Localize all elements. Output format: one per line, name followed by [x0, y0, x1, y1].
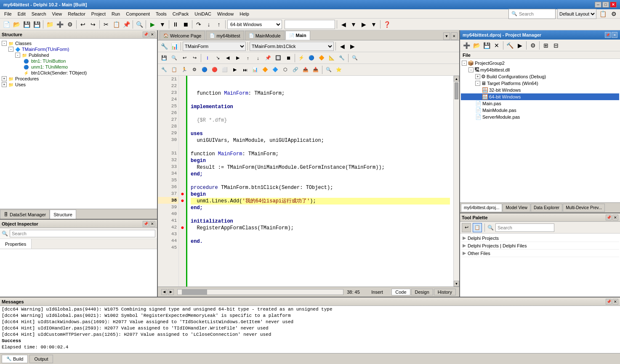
et2-btn1[interactable]: 💾: [160, 53, 169, 63]
et1-method-combo[interactable]: TMainForm.btn1Click: [250, 42, 334, 51]
menu-refactor[interactable]: Refactor: [65, 11, 88, 17]
oi-close-btn[interactable]: ✕: [149, 221, 155, 227]
code-tab[interactable]: Code: [391, 289, 410, 295]
pm-expand-mydll[interactable]: -: [468, 67, 474, 72]
open-btn[interactable]: 📂: [12, 20, 21, 29]
menu-run[interactable]: Run: [109, 11, 122, 17]
menu-tools[interactable]: Tools: [153, 11, 169, 17]
editor-tab-welcome[interactable]: 🏠 Welcome Page: [160, 31, 205, 40]
pause-btn[interactable]: ⏸: [171, 20, 180, 29]
menu-search-input[interactable]: [519, 11, 553, 16]
add-file-btn[interactable]: ➕: [55, 20, 64, 29]
et2-btn2[interactable]: 🔍: [170, 53, 179, 63]
et2-btn13[interactable]: ◼: [284, 53, 293, 63]
pm-run2-btn[interactable]: ▶: [515, 41, 524, 50]
open-proj-btn[interactable]: 📁: [45, 20, 54, 29]
minimize-button[interactable]: ─: [595, 2, 601, 8]
expand-published[interactable]: -: [15, 53, 20, 58]
pm-item-projectgroup[interactable]: - 📦 ProjectGroup2: [461, 60, 619, 66]
msg-pin-btn[interactable]: 📌: [606, 299, 612, 305]
pm-btab-multidev[interactable]: Multi-Device Prev...: [563, 204, 605, 212]
menu-project[interactable]: Project: [89, 11, 108, 17]
tree-item-btn1[interactable]: 🔵 btn1: TUniButton: [2, 58, 155, 64]
nav-fwd-drop[interactable]: ▼: [369, 20, 378, 29]
pm-item-mydll[interactable]: - 🏗 my64bittest.dll: [461, 66, 619, 73]
et3-btn13[interactable]: ⬡: [281, 65, 290, 74]
et3-btn1[interactable]: 🔧: [160, 65, 169, 74]
msg-tab-build[interactable]: 🔧 Build: [2, 355, 28, 363]
close-button[interactable]: ✕: [610, 2, 617, 8]
editor-tab-scroll-btn[interactable]: ▼: [443, 32, 450, 40]
pm-collapse-btn[interactable]: ⊟: [551, 41, 561, 50]
pm-item-targetplatforms[interactable]: - 🖥 Target Platforms (Win64): [461, 80, 619, 87]
scroll-thumb[interactable]: [455, 82, 458, 99]
cut-btn[interactable]: ✂: [101, 20, 111, 29]
tree-item-tmainform[interactable]: - 🔷 TMainForm(TUniForm): [2, 46, 155, 52]
pm-item-mainmodpas[interactable]: 📄 MainModule.pas: [461, 107, 619, 114]
help-btn[interactable]: ❓: [382, 20, 391, 29]
et3-btn11[interactable]: 🔶: [261, 65, 270, 74]
design-tab[interactable]: Design: [411, 289, 433, 295]
et3-btn5[interactable]: 🔵: [200, 65, 209, 74]
et2-btn12[interactable]: 🔲: [274, 53, 283, 63]
scroll-left-btn[interactable]: ◀: [161, 289, 167, 295]
tree-item-classes[interactable]: - 📁 Classes: [2, 40, 155, 46]
code-editor[interactable]: function MainForm: TMainForm; implementa…: [187, 76, 453, 287]
tp-section-other-files[interactable]: ▶ Other Files: [461, 250, 619, 257]
et2-btn9[interactable]: ↑: [243, 53, 253, 63]
et3-btn9[interactable]: ⏭: [240, 65, 250, 74]
run-drop[interactable]: ▼: [158, 20, 167, 29]
et2-search-btn[interactable]: 🔍: [350, 53, 359, 63]
history-tab[interactable]: History: [434, 289, 456, 295]
oi-tab-properties[interactable]: Properties: [0, 239, 32, 249]
tree-item-published[interactable]: - 📁 Published: [2, 52, 155, 58]
code-vscroll[interactable]: ▲ ▼: [453, 76, 459, 287]
et2-btn4[interactable]: ↪: [190, 53, 199, 63]
save-all-btn[interactable]: 💾: [32, 20, 41, 29]
structure-pin-btn[interactable]: 📌: [143, 32, 149, 37]
menu-file[interactable]: File: [2, 11, 14, 17]
et2-btn6[interactable]: ↘: [213, 53, 222, 63]
pm-open-btn[interactable]: 📂: [472, 41, 481, 50]
pm-item-32bit[interactable]: 🪟 32-bit Windows: [461, 87, 619, 93]
tree-item-procedures[interactable]: + 📁 Procedures: [2, 76, 155, 82]
et3-btn4[interactable]: ⚙: [190, 65, 199, 74]
et2-btn14[interactable]: ⚡: [297, 53, 306, 63]
ds-tab-structure[interactable]: Structure: [50, 210, 76, 219]
structure-close-btn[interactable]: ✕: [149, 32, 155, 37]
pm-item-buildconfig[interactable]: + ⚙ Build Configurations (Debug): [461, 73, 619, 80]
stop-btn[interactable]: ⏹: [181, 20, 190, 29]
et3-btn15[interactable]: 📤: [301, 65, 310, 74]
et1-btn1[interactable]: 🔧: [160, 42, 169, 51]
et3-btn16[interactable]: 📥: [311, 65, 320, 74]
step-into-btn[interactable]: ↓: [204, 20, 213, 29]
pm-save-btn[interactable]: 💾: [482, 41, 491, 50]
paste-btn[interactable]: 📌: [122, 20, 131, 29]
search-btn[interactable]: 🔍: [135, 20, 144, 29]
tp-toolbar-btn2[interactable]: 📋: [473, 223, 482, 232]
pm-add-btn[interactable]: ➕: [462, 41, 471, 50]
tp-close-btn[interactable]: ✕: [612, 215, 618, 221]
et2-btn16[interactable]: 🔶: [317, 53, 326, 63]
et2-btn10[interactable]: ↓: [253, 53, 263, 63]
et2-btn17[interactable]: 📐: [327, 53, 336, 63]
et1-prev-btn[interactable]: ◀: [338, 42, 347, 51]
editor-tab-close-btn[interactable]: ✕: [451, 32, 458, 40]
menu-window[interactable]: Window: [215, 11, 236, 17]
nav-back-btn[interactable]: ◀: [339, 20, 348, 29]
options-btn[interactable]: ⚙: [65, 20, 75, 29]
pm-pin-btn[interactable]: 📌: [605, 32, 611, 38]
et3-btn18[interactable]: ⭐: [334, 65, 343, 74]
layout-combo[interactable]: Default Layout: [557, 9, 596, 19]
step-over-btn[interactable]: ↷: [194, 20, 203, 29]
oi-search-input[interactable]: [10, 230, 155, 237]
pm-close-btn[interactable]: ✕: [612, 32, 617, 38]
pm-btab-model[interactable]: Model View: [503, 204, 530, 212]
menu-search[interactable]: Search: [29, 11, 49, 17]
expand-uses[interactable]: +: [2, 82, 7, 87]
layout-btn1[interactable]: 📋: [598, 9, 607, 19]
et2-btn15[interactable]: 🔵: [307, 53, 316, 63]
expand-classes[interactable]: -: [2, 41, 7, 46]
et3-btn7[interactable]: ⬜: [220, 65, 229, 74]
pm-expand-btn[interactable]: ⊞: [541, 41, 551, 50]
